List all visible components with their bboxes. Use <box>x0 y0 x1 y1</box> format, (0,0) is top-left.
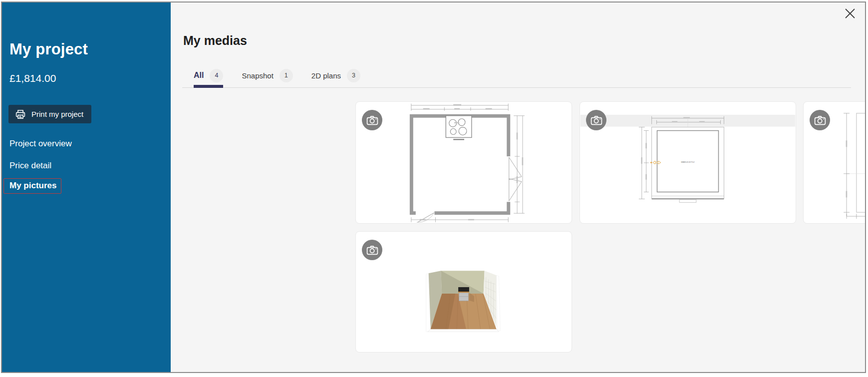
camera-icon <box>810 110 830 130</box>
hob-symbol <box>446 116 472 138</box>
project-sidebar: My project £1,814.00 Print my project Pr… <box>2 2 171 372</box>
tab-count-badge: 4 <box>210 69 223 82</box>
print-my-project-button[interactable]: Print my project <box>8 105 91 123</box>
tab-all[interactable]: All 4 <box>194 63 223 87</box>
page-title: My medias <box>183 33 247 48</box>
tab-label: 2D plans <box>311 71 341 80</box>
media-card-elevation-appliance[interactable]: HB812CKT12 <box>579 101 796 224</box>
camera-icon <box>362 240 382 260</box>
floor-base <box>428 329 499 332</box>
dimension-lines-bottom <box>411 217 508 222</box>
media-card-floor-plan[interactable] <box>355 101 572 224</box>
sidebar-item-project-overview[interactable]: Project overview <box>9 139 72 149</box>
appliance-code-label: HB812CKT12 <box>681 161 695 163</box>
wall-outline <box>857 113 866 212</box>
door-swing <box>509 157 522 201</box>
position-marker <box>650 162 652 163</box>
project-price: £1,814.00 <box>9 72 56 84</box>
close-icon <box>844 7 856 19</box>
dimension-lines-left <box>639 127 649 199</box>
tab-label: All <box>194 71 204 80</box>
floor-plan-drawing <box>356 102 572 223</box>
tab-snapshot[interactable]: Snapshot 1 <box>242 63 292 87</box>
dimension-lines-bottom <box>847 214 866 219</box>
sidebar-item-my-pictures[interactable]: My pictures <box>3 178 61 194</box>
tab-count-badge: 3 <box>347 69 360 82</box>
camera-icon <box>586 110 606 130</box>
sidebar-item-label: My pictures <box>9 181 56 190</box>
front-right-wall <box>496 275 500 331</box>
media-card-3d-snapshot[interactable] <box>355 231 572 353</box>
close-button[interactable] <box>843 6 857 20</box>
camera-icon <box>362 110 382 130</box>
tab-2d-plans[interactable]: 2D plans 3 <box>311 63 360 87</box>
printer-icon <box>15 109 26 119</box>
my-medias-panel: My medias All 4 Snapshot 1 2D plans 3 <box>171 2 865 372</box>
dimension-lines-left <box>844 113 850 216</box>
sidebar-item-price-detail[interactable]: Price detail <box>9 161 51 171</box>
tab-count-badge: 1 <box>280 69 293 82</box>
project-title: My project <box>9 40 88 58</box>
media-card-elevation-cabinet[interactable] <box>803 101 866 224</box>
tab-label: Snapshot <box>242 71 273 80</box>
elevation-drawing: HB812CKT12 <box>580 102 796 223</box>
room-3d-render <box>356 232 572 352</box>
my-project-modal: My project £1,814.00 Print my project Pr… <box>1 1 866 373</box>
print-button-label: Print my project <box>31 110 83 118</box>
media-filter-tabs: All 4 Snapshot 1 2D plans 3 <box>182 63 851 88</box>
